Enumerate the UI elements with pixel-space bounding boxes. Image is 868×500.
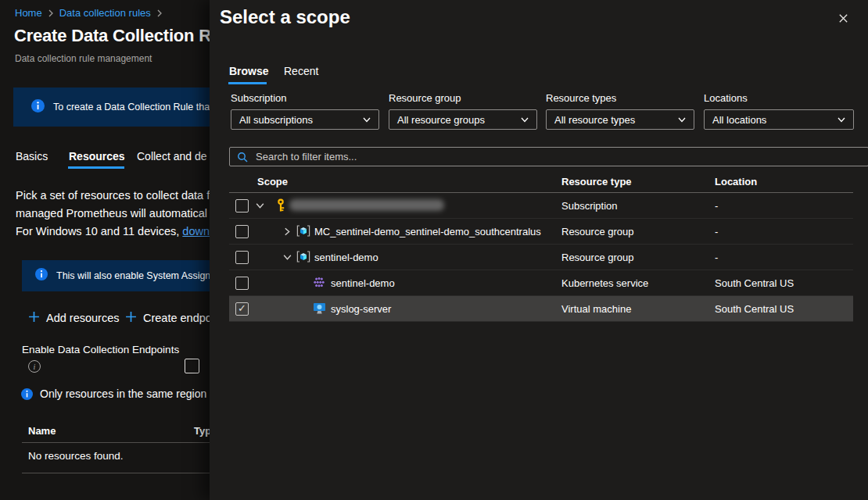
resource-group-filter-label: Resource group: [389, 92, 537, 104]
row-location: -: [715, 200, 718, 212]
panel-title: Select a scope: [220, 6, 350, 28]
scope-column-header: Scope: [257, 176, 288, 188]
resource-group-dropdown-value: All resource groups: [397, 114, 485, 126]
scope-table: Scope Resource type Location Subscriptio…: [229, 170, 853, 322]
row-scope-name: sentinel-demo: [331, 277, 395, 289]
chevron-right-icon: [48, 9, 54, 17]
row-scope-name: syslog-server: [331, 303, 391, 315]
row-location: -: [715, 226, 718, 238]
row-location: -: [715, 252, 718, 263]
chevron-down-icon: [520, 115, 529, 124]
chevron-down-icon[interactable]: [255, 201, 265, 213]
plus-icon: [125, 311, 137, 325]
row-location: South Central US: [715, 277, 794, 289]
resource-types-filter: Resource types All resource types: [546, 92, 694, 130]
row-checkbox[interactable]: [235, 251, 249, 264]
resource-group-icon: [296, 225, 310, 237]
table-row-resource-group[interactable]: MC_sentinel-demo_sentinel-demo_southcent…: [229, 219, 853, 245]
active-tab-underline: [228, 82, 267, 84]
enable-endpoints-label: Enable Data Collection Endpoints: [22, 344, 179, 355]
tab-recent[interactable]: Recent: [284, 65, 318, 77]
row-location: South Central US: [715, 303, 794, 315]
breadcrumb-dcr-link[interactable]: Data collection rules: [59, 7, 151, 19]
row-resource-type: Resource group: [561, 252, 634, 263]
region-note: Only resources in the same region: [21, 388, 206, 400]
table-row-virtual-machine[interactable]: syslog-server Virtual machine South Cent…: [229, 296, 853, 322]
resources-description: Pick a set of resources to collect data …: [16, 187, 212, 241]
table-row-resource-group[interactable]: sentinel-demo Resource group -: [229, 245, 853, 270]
chevron-right-icon[interactable]: [282, 227, 292, 239]
plus-icon: [28, 311, 40, 325]
locations-dropdown-value: All locations: [712, 114, 766, 126]
info-icon: [35, 268, 48, 284]
description-line-1: Pick a set of resources to collect data …: [16, 187, 212, 205]
page-title: Create Data Collection Rule: [14, 26, 235, 46]
search-input[interactable]: [254, 150, 861, 163]
enable-endpoints-checkbox[interactable]: [185, 359, 199, 373]
scope-table-header: Scope Resource type Location: [229, 170, 853, 193]
subscription-dropdown-value: All subscriptions: [239, 114, 313, 126]
info-icon: [21, 388, 33, 400]
row-checkbox[interactable]: [235, 277, 249, 290]
subscription-dropdown[interactable]: All subscriptions: [231, 109, 379, 130]
no-resources-text: No resources found.: [28, 450, 124, 462]
description-line-2: managed Prometheus will automatical: [16, 205, 212, 223]
active-tab-underline: [68, 166, 124, 169]
redacted-subscription-name: [289, 199, 444, 211]
row-resource-type: Subscription: [561, 200, 618, 212]
resource-types-dropdown-value: All resource types: [554, 114, 635, 126]
region-note-text: Only resources in the same region: [40, 388, 206, 400]
chevron-right-icon: [156, 9, 163, 17]
key-icon: [275, 198, 286, 212]
resource-type-column-header: Resource type: [561, 176, 632, 188]
empty-table-name-header: Name: [28, 425, 56, 437]
tab-browse[interactable]: Browse: [229, 65, 269, 77]
info-icon: [31, 99, 45, 116]
tab-collect-and-deliver[interactable]: Collect and de: [137, 150, 207, 162]
row-resource-type: Resource group: [561, 226, 634, 238]
info-banner-text: To create a Data Collection Rule that co: [53, 102, 225, 112]
resource-group-filter: Resource group All resource groups: [389, 92, 537, 130]
row-checkbox[interactable]: [235, 225, 249, 238]
chevron-down-icon[interactable]: [282, 252, 292, 265]
subscription-filter: Subscription All subscriptions: [231, 92, 379, 130]
row-scope-name: sentinel-demo: [314, 252, 378, 263]
locations-filter: Locations All locations: [704, 92, 854, 130]
subscription-filter-label: Subscription: [231, 92, 379, 104]
row-checkbox[interactable]: [235, 302, 249, 316]
location-column-header: Location: [715, 176, 757, 188]
add-resources-button[interactable]: Add resources: [28, 311, 120, 325]
tab-basics[interactable]: Basics: [16, 150, 48, 162]
table-row-kubernetes-service[interactable]: sentinel-demo Kubernetes service South C…: [229, 270, 853, 296]
row-scope-name: MC_sentinel-demo_sentinel-demo_southcent…: [314, 226, 541, 238]
row-checkbox[interactable]: [235, 199, 249, 212]
vm-icon: [313, 302, 326, 316]
resource-group-dropdown[interactable]: All resource groups: [389, 109, 537, 130]
resource-group-icon: [296, 251, 310, 262]
row-resource-type: Virtual machine: [561, 303, 631, 315]
description-line-3-text: For Windows 10 and 11 devices,: [16, 225, 182, 238]
tab-resources[interactable]: Resources: [69, 150, 125, 162]
breadcrumb-home-link[interactable]: Home: [15, 7, 42, 19]
description-line-3: For Windows 10 and 11 devices, downl: [16, 223, 212, 241]
resource-types-dropdown[interactable]: All resource types: [546, 109, 694, 130]
chevron-down-icon: [677, 115, 687, 124]
row-resource-type: Kubernetes service: [561, 277, 648, 289]
page-subtitle: Data collection rule management: [15, 53, 152, 64]
download-link[interactable]: downl: [182, 225, 212, 238]
resource-types-filter-label: Resource types: [546, 92, 694, 104]
info-banner-text: This will also enable System Assigned: [56, 270, 221, 281]
table-row-subscription[interactable]: Subscription -: [229, 193, 853, 219]
breadcrumb: Home Data collection rules: [15, 7, 163, 19]
info-tooltip-icon[interactable]: i: [28, 360, 41, 373]
locations-dropdown[interactable]: All locations: [704, 109, 854, 130]
chevron-down-icon: [837, 115, 846, 124]
chevron-down-icon: [362, 115, 371, 124]
kubernetes-icon: [313, 277, 325, 288]
scope-search-box: [229, 147, 868, 166]
close-icon[interactable]: [834, 9, 852, 27]
add-resources-label: Add resources: [46, 312, 120, 324]
search-icon: [237, 152, 248, 162]
locations-filter-label: Locations: [704, 92, 854, 104]
select-scope-panel: Select a scope Browse Recent Subscriptio…: [210, 0, 868, 500]
